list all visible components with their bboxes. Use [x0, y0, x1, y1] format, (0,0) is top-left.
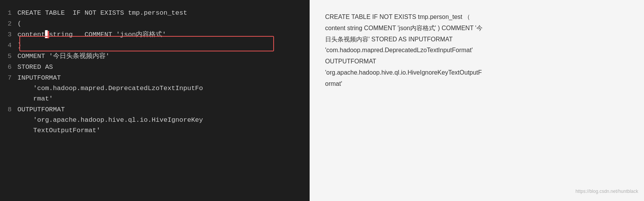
line-number-3: 3	[4, 29, 17, 40]
line-number-5: 5	[4, 51, 17, 61]
code-editor-panel: 1 CREATE TABLE IF NOT EXISTS tmp.person_…	[0, 0, 310, 201]
line-number-4: 4	[4, 40, 17, 51]
line-content-6: STORED AS	[17, 62, 53, 72]
line-content-5: COMMENT '今日头条视频内容'	[17, 51, 110, 61]
code-line-2: 2 (	[4, 19, 306, 29]
description-panel: CREATE TABLE IF NOT EXISTS tmp.person_te…	[310, 0, 644, 201]
code-line-5: 5 COMMENT '今日头条视频内容'	[4, 51, 306, 62]
code-line-8: 8 OUTPUTFORMAT 'org.apache.hadoop.hive.q…	[4, 104, 306, 136]
code-line-3: 3 content▋string COMMENT 'json内容格式'	[4, 29, 306, 40]
line-content-4: )	[17, 40, 21, 51]
line-content-3: content▋string COMMENT 'json内容格式'	[17, 29, 166, 40]
line-content-1: CREATE TABLE IF NOT EXISTS tmp.person_te…	[17, 8, 187, 18]
code-lines: 1 CREATE TABLE IF NOT EXISTS tmp.person_…	[4, 8, 306, 136]
code-line-7: 7 INPUTFORMAT 'com.hadoop.mapred.Depreca…	[4, 73, 306, 104]
line-number-2: 2	[4, 19, 17, 29]
line-number-6: 6	[4, 62, 17, 72]
line-number-1: 1	[4, 8, 17, 18]
line-content-8: OUTPUTFORMAT 'org.apache.hadoop.hive.ql.…	[17, 104, 203, 136]
line-number-7: 7	[4, 73, 17, 83]
code-line-6: 6 STORED AS	[4, 62, 306, 73]
description-text: CREATE TABLE IF NOT EXISTS tmp.person_te…	[325, 12, 629, 90]
line-content-2: (	[17, 19, 21, 29]
cursor: ▋	[45, 31, 49, 38]
code-line-1: 1 CREATE TABLE IF NOT EXISTS tmp.person_…	[4, 8, 306, 19]
code-line-4: 4 )	[4, 40, 306, 51]
line-content-7: INPUTFORMAT 'com.hadoop.mapred.Deprecate…	[17, 73, 203, 104]
watermark: https://blog.csdn.net/huntblack	[575, 187, 638, 195]
line-number-8: 8	[4, 104, 17, 115]
